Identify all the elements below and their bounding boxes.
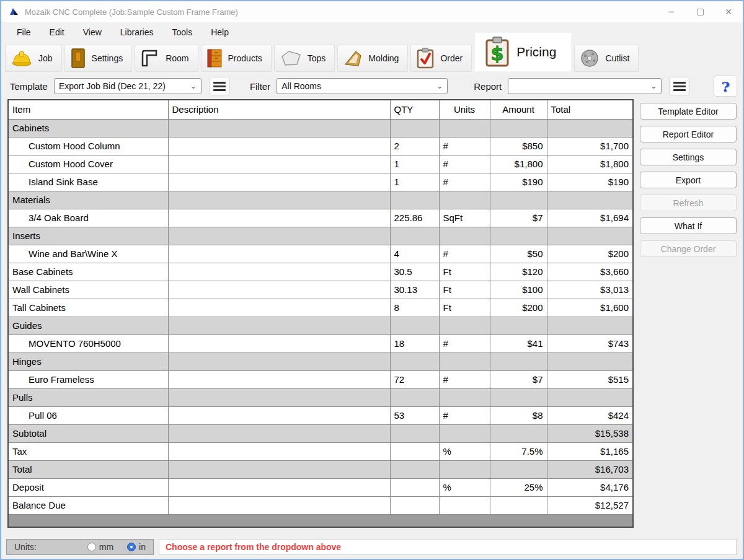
- amount-cell: $8: [490, 406, 547, 424]
- column-header-item: Item: [8, 100, 168, 119]
- report-editor-button[interactable]: Report Editor: [640, 126, 737, 142]
- total-cell: $16,703: [547, 460, 633, 478]
- report-dropdown[interactable]: ⌄: [508, 78, 662, 94]
- minimize-button[interactable]: ─: [657, 1, 686, 22]
- units-label: Units:: [14, 542, 37, 552]
- amount-cell: $41: [490, 335, 547, 352]
- units-cell: Ft: [439, 299, 490, 317]
- menu-libraries[interactable]: Libraries: [111, 24, 163, 40]
- hard-hat-icon: [11, 50, 33, 67]
- table-row: Base Cabinets30.5Ft$120$3,660: [8, 263, 633, 281]
- total-cell: $743: [547, 335, 633, 352]
- total-cell: $3,013: [547, 281, 633, 299]
- template-dropdown[interactable]: Export Job Bid (Dec 21, 22) ⌄: [54, 78, 202, 94]
- amount-cell: [490, 352, 547, 370]
- total-cell: $12,527: [547, 496, 633, 514]
- tab-order[interactable]: Order: [410, 45, 472, 72]
- app-logo-icon: [9, 6, 20, 17]
- qty-cell: 53: [390, 406, 439, 424]
- item-cell: Cabinets: [8, 119, 168, 137]
- settings-button[interactable]: Settings: [640, 149, 737, 165]
- item-label: Tall Cabinets: [12, 302, 66, 313]
- tab-label: Tops: [308, 53, 326, 63]
- tab-label: Settings: [92, 53, 123, 63]
- description-cell: [168, 173, 390, 191]
- total-cell: $1,800: [547, 155, 633, 173]
- description-cell: [168, 496, 390, 514]
- template-menu-button[interactable]: [209, 77, 230, 95]
- menu-bar: FileEditViewLibrariesToolsHelp: [1, 22, 743, 42]
- report-menu-button[interactable]: [669, 77, 690, 95]
- export-button[interactable]: Export: [640, 172, 737, 188]
- qty-cell: [390, 352, 439, 370]
- total-cell: [547, 317, 633, 335]
- tab-molding[interactable]: Molding: [337, 45, 408, 72]
- amount-cell: [490, 460, 547, 478]
- status-bar: Units: mmin Choose a report from the dro…: [1, 538, 743, 559]
- table-row: Custom Hood Column2#$850$1,700: [8, 137, 633, 155]
- tab-products[interactable]: Products: [201, 45, 272, 72]
- chevron-down-icon: ⌄: [650, 82, 657, 90]
- amount-cell: $190: [490, 173, 547, 191]
- item-label: 3/4 Oak Board: [12, 212, 89, 223]
- table-row: Island Sink Base1#$190$190: [8, 173, 633, 191]
- description-cell: [168, 478, 390, 496]
- template-editor-button[interactable]: Template Editor: [640, 103, 737, 120]
- menu-file[interactable]: File: [7, 24, 40, 40]
- menu-edit[interactable]: Edit: [40, 24, 74, 40]
- what-if-button[interactable]: What If: [640, 217, 737, 234]
- filter-dropdown[interactable]: All Rooms ⌄: [277, 78, 448, 94]
- qty-cell: [390, 317, 439, 335]
- column-header-amount: Amount: [490, 100, 547, 119]
- window-title: Mozaik CNC Complete (Job:Sample Custom F…: [25, 7, 657, 17]
- qty-cell: [390, 191, 439, 209]
- qty-cell: 30.5: [390, 263, 439, 281]
- tab-cutlist[interactable]: Cutlist: [574, 45, 639, 72]
- item-cell: Wall Cabinets: [8, 281, 168, 299]
- item-cell: Euro Frameless: [8, 370, 168, 388]
- tab-tops[interactable]: Tops: [274, 45, 335, 72]
- column-header-description: Description: [168, 100, 390, 119]
- total-cell: $3,660: [547, 263, 633, 281]
- amount-cell: 7.5%: [490, 442, 547, 460]
- menu-tools[interactable]: Tools: [162, 24, 202, 40]
- column-header-total: Total: [547, 100, 633, 119]
- item-label: Balance Due: [12, 500, 66, 510]
- order-clipboard-icon: [416, 48, 435, 69]
- total-cell: $15,538: [547, 424, 633, 442]
- close-button[interactable]: ✕: [714, 1, 743, 22]
- description-cell: [168, 227, 390, 245]
- group-row: Total$16,703: [8, 460, 633, 478]
- units-cell: %: [439, 442, 490, 460]
- molding-icon: [343, 49, 363, 68]
- menu-view[interactable]: View: [74, 24, 111, 40]
- maximize-button[interactable]: [686, 1, 714, 22]
- tab-pricing[interactable]: $Pricing: [474, 32, 572, 72]
- description-cell: [168, 335, 390, 352]
- menu-help[interactable]: Help: [202, 24, 238, 40]
- item-label: Total: [12, 464, 32, 475]
- tab-settings[interactable]: Settings: [64, 45, 133, 72]
- tab-room[interactable]: Room: [135, 45, 198, 72]
- units-radio-mm[interactable]: mm: [87, 542, 113, 552]
- report-label: Report: [474, 81, 502, 92]
- help-button[interactable]: ?: [714, 76, 737, 97]
- item-cell: Island Sink Base: [8, 173, 168, 191]
- units-cell: [439, 424, 490, 442]
- item-cell: 3/4 Oak Board: [8, 209, 168, 227]
- amount-cell: 25%: [490, 478, 547, 496]
- table-row: Balance Due$12,527: [8, 496, 633, 514]
- description-cell: [168, 388, 390, 406]
- chevron-down-icon: ⌄: [436, 82, 443, 90]
- total-cell: $4,176: [547, 478, 633, 496]
- units-radio-in[interactable]: in: [127, 542, 146, 552]
- item-cell: MOVENTO 760H5000: [8, 335, 168, 352]
- amount-cell: [490, 424, 547, 442]
- hamburger-icon: [673, 82, 686, 84]
- units-cell: #: [439, 406, 490, 424]
- units-radio-group: mmin: [87, 542, 146, 552]
- column-header-qty: QTY: [390, 100, 439, 119]
- units-cell: [439, 119, 490, 137]
- tab-job[interactable]: Job: [5, 45, 62, 72]
- table-footer-bar: [8, 514, 633, 527]
